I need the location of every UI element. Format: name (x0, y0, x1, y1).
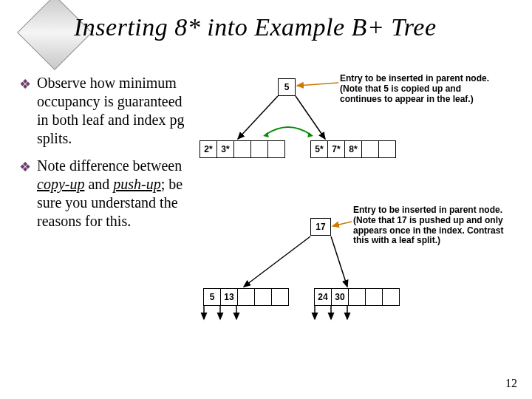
bullet-item: ❖ Note difference between copy-up and pu… (19, 157, 189, 231)
index-right: 24 30 (314, 288, 400, 306)
svg-line-1 (238, 96, 278, 139)
svg-line-3 (332, 222, 352, 226)
node-cell-empty (251, 141, 268, 157)
parent-key-17: 17 (310, 218, 331, 236)
node-cell: 13 (221, 289, 238, 305)
node-cell: 24 (315, 289, 332, 305)
node-cell: 5* (311, 141, 328, 157)
node-cell: 2* (200, 141, 217, 157)
bullet-text: Note difference between copy-up and push… (37, 157, 189, 231)
bullet-icon: ❖ (19, 76, 31, 93)
bullet-item: ❖ Observe how minimum occupancy is guara… (19, 74, 189, 148)
node-cell-empty (379, 141, 395, 157)
node-cell-empty (349, 289, 366, 305)
bullet-icon: ❖ (19, 159, 31, 176)
node-cell: 5 (204, 289, 221, 305)
node-cell-empty (272, 289, 288, 305)
svg-line-2 (296, 96, 325, 139)
node-cell: 3* (217, 141, 234, 157)
leaf-left: 2* 3* (200, 140, 285, 158)
index-left: 5 13 (203, 288, 289, 306)
node-cell-empty (255, 289, 272, 305)
node-cell-empty (362, 141, 379, 157)
note-leaf-split: Entry to be inserted in parent node. (No… (340, 74, 495, 104)
node-cell-empty (366, 289, 383, 305)
node-cell: 17 (311, 219, 330, 235)
svg-line-0 (297, 83, 338, 86)
svg-line-4 (244, 236, 310, 287)
page-number: 12 (505, 377, 517, 390)
slide-title: Inserting 8* into Example B+ Tree (74, 13, 437, 41)
node-cell-empty (234, 141, 251, 157)
svg-line-5 (331, 236, 347, 287)
node-cell-empty (238, 289, 255, 305)
node-cell: 7* (328, 141, 345, 157)
btree-diagram: 5 Entry to be inserted in parent node. (… (192, 74, 517, 377)
node-cell: 5 (279, 79, 295, 95)
node-cell-empty (268, 141, 284, 157)
node-cell: 8* (345, 141, 362, 157)
leaf-right: 5* 7* 8* (310, 140, 396, 158)
note-index-split: Entry to be inserted in parent node. (No… (353, 205, 508, 246)
bullet-list: ❖ Observe how minimum occupancy is guara… (19, 74, 189, 239)
node-cell: 30 (332, 289, 349, 305)
bullet-text: Observe how minimum occupancy is guarant… (37, 74, 189, 148)
parent-key-5: 5 (278, 78, 296, 96)
node-cell-empty (383, 289, 399, 305)
